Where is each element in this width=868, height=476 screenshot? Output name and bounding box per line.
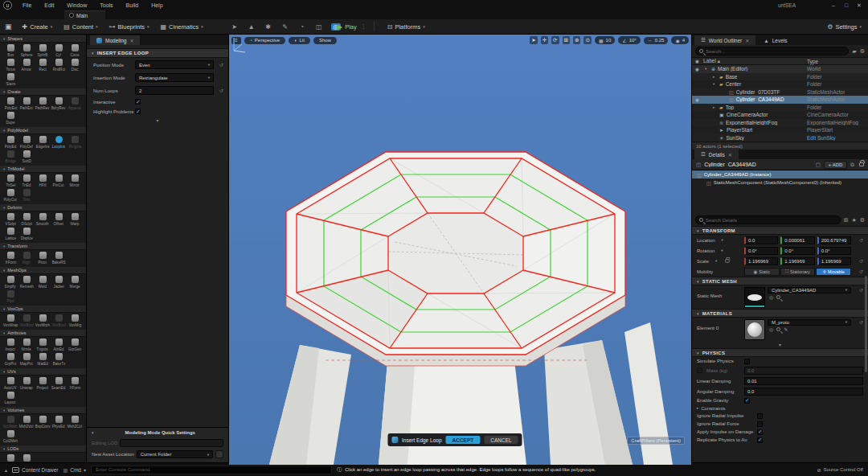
palette-tool[interactable]: Msh2Col xyxy=(67,415,83,429)
scale-lock-icon[interactable] xyxy=(725,259,729,263)
palette-tool[interactable]: RingIns xyxy=(67,135,83,150)
palette-tool[interactable]: PolyEd xyxy=(2,135,18,150)
menu-item[interactable]: File xyxy=(17,2,37,9)
create-button[interactable]: ✚Create▾ xyxy=(17,22,59,32)
enable-gravity-checkbox[interactable] xyxy=(744,398,750,404)
insert-edge-loop-header[interactable]: ▾INSERT EDGE LOOP xyxy=(87,48,228,58)
highlight-problems-checkbox[interactable] xyxy=(135,109,141,114)
palette-tool[interactable]: Arrow xyxy=(18,58,35,72)
palette-tool[interactable]: Weld xyxy=(35,275,51,289)
palette-tool[interactable]: Lattice xyxy=(2,227,18,241)
expand-drawer-icon[interactable]: ▴ xyxy=(5,467,7,473)
mobility-stationary-button[interactable]: ⛶Stationary xyxy=(780,268,816,276)
settings-button[interactable]: ⚙ Settings▾ xyxy=(827,23,862,31)
details-settings-icon[interactable]: ⚙ xyxy=(860,217,865,224)
palette-tool[interactable]: Cyl xyxy=(51,43,67,58)
reset-icon[interactable]: ↺ xyxy=(854,258,863,264)
palette-tool[interactable]: SubD xyxy=(18,150,35,164)
palette-tool[interactable]: BdryRev xyxy=(51,96,67,111)
palette-tool[interactable]: Append xyxy=(67,96,83,111)
palette-tool[interactable]: XForm xyxy=(2,251,18,265)
grid-snap-toggle[interactable]: ▦10 xyxy=(595,36,615,44)
expand-arrow-icon[interactable]: ▾ xyxy=(713,82,717,86)
add-component-button[interactable]: + ADD xyxy=(824,161,848,169)
palette-tool[interactable]: MatEd xyxy=(35,352,51,367)
reset-icon[interactable]: ↺ xyxy=(854,319,863,325)
mobility-movable-button[interactable]: ✛Movable xyxy=(816,268,851,276)
rotation-x-input[interactable]: 0.0° xyxy=(744,247,778,255)
save-icon[interactable]: ▣ xyxy=(0,23,17,31)
scale-snap-toggle[interactable]: ↔0.25 xyxy=(644,37,669,44)
palette-tool[interactable]: PathRev xyxy=(35,96,51,111)
collapse-icon[interactable]: ▾ xyxy=(92,430,94,435)
materials-section-header[interactable]: ▾MATERIALS xyxy=(692,309,868,318)
outliner-row[interactable]: ◫ Cylinder_07D03TF StaticMeshActor xyxy=(692,88,868,96)
palette-tool[interactable]: TriSel xyxy=(2,174,18,188)
outliner-row[interactable]: ≋ ExponentialHeightFog ExponentialHeight… xyxy=(692,119,868,127)
palette-tool[interactable]: Merge xyxy=(67,275,83,289)
visibility-eye-icon[interactable]: ◉ xyxy=(695,97,703,102)
camera-speed-control[interactable]: ◉4 xyxy=(671,36,689,44)
palette-tool[interactable]: Box xyxy=(2,43,18,58)
palette-tool[interactable]: Dupe xyxy=(2,111,18,125)
palette-section-create[interactable]: ▾Create xyxy=(0,88,86,96)
editor-mode-icon[interactable]: ◔ xyxy=(297,23,307,31)
scale-z-input[interactable]: 1.196969 xyxy=(817,257,851,265)
scale-tool-icon[interactable]: ⊞ xyxy=(563,36,570,44)
palette-tool[interactable]: PathExt xyxy=(18,96,35,111)
material-options-icon[interactable]: ✎ xyxy=(784,326,788,332)
reset-icon[interactable]: ↺ xyxy=(214,62,223,68)
cinematics-button[interactable]: ▦Cinematics▾ xyxy=(154,22,208,32)
material-thumbnail[interactable] xyxy=(744,319,765,340)
play-button[interactable]: ▶Play xyxy=(338,23,357,31)
tab-details[interactable]: ☲ Details ✕ xyxy=(694,150,739,159)
palette-tool[interactable]: AutoLOD xyxy=(18,453,35,462)
palette-tool[interactable]: HFill xyxy=(35,174,51,188)
menu-item[interactable]: Build xyxy=(121,2,145,9)
linear-damping-input[interactable]: 0.01 xyxy=(744,377,863,385)
palette-tool[interactable]: Jacket xyxy=(51,275,67,289)
column-label[interactable]: Label ▴ xyxy=(703,58,807,64)
palette-tool[interactable]: Cone xyxy=(67,43,83,58)
tab-modeling[interactable]: Modeling ✕ xyxy=(90,35,140,45)
static-mesh-section-header[interactable]: ▾STATIC MESH xyxy=(692,277,868,285)
show-flags-selector[interactable]: Show xyxy=(313,37,337,44)
palette-tool[interactable]: Bridge xyxy=(2,150,18,164)
palette-section-volumes[interactable]: ▾Volumes xyxy=(0,407,86,414)
use-selected-icon[interactable]: ◎ xyxy=(769,326,773,332)
mobility-static-button[interactable]: ◉Static xyxy=(744,268,780,276)
outliner-search[interactable] xyxy=(695,47,849,55)
palette-tool[interactable]: Layout xyxy=(2,391,18,405)
palette-tool[interactable]: Unwrap xyxy=(18,376,35,391)
editor-mode-icon[interactable]: ◫ xyxy=(314,23,324,31)
physics-section-header[interactable]: ▾PHYSICS xyxy=(692,348,868,357)
blueprint-convert-icon[interactable]: ⧉ xyxy=(850,162,854,168)
palette-tool[interactable]: PlnCut xyxy=(51,174,67,188)
content-drawer-button[interactable]: Content Drawer xyxy=(12,467,59,473)
expand-arrow-icon[interactable]: ▾ xyxy=(705,67,709,71)
rotation-snap-toggle[interactable]: ∠10° xyxy=(618,36,640,44)
editor-mode-icon[interactable]: ✱ xyxy=(264,23,273,31)
static-mesh-select[interactable]: Cylinder_CA3449AD▾ xyxy=(768,287,851,293)
cmd-selector[interactable]: ▥ Cmd ▾ xyxy=(63,467,86,473)
details-search-input[interactable] xyxy=(706,218,837,223)
static-mesh-thumbnail[interactable] xyxy=(744,287,765,308)
palette-tool[interactable]: Smplfy xyxy=(2,275,18,289)
palette-section-lods[interactable]: ▾LODs xyxy=(0,445,86,453)
palette-tool[interactable]: Pivot xyxy=(35,251,51,265)
play-options-icon[interactable]: ⋮ xyxy=(361,23,366,30)
component-row[interactable]: ◫ StaticMeshComponent (StaticMeshCompone… xyxy=(692,178,868,187)
details-scrollbar[interactable] xyxy=(865,276,867,372)
palette-tool[interactable]: PolyExt xyxy=(2,96,18,111)
outliner-search-input[interactable] xyxy=(706,49,845,54)
palette-tool[interactable]: BakeTx xyxy=(51,352,67,367)
palette-tool[interactable]: VoxMrph xyxy=(35,314,51,328)
reset-icon[interactable]: ↺ xyxy=(854,287,863,293)
apply-impulse-damage-checkbox[interactable] xyxy=(757,429,763,435)
outliner-row[interactable]: ► PlayerStart PlayerStart xyxy=(692,126,868,134)
palette-tool[interactable]: Prjct xyxy=(2,289,18,304)
use-selected-icon[interactable]: ◎ xyxy=(769,294,773,300)
browse-to-asset-icon[interactable] xyxy=(776,327,780,331)
tab-levels[interactable]: ▲ Levels xyxy=(757,35,793,45)
palette-tool[interactable]: Torus xyxy=(2,58,18,72)
